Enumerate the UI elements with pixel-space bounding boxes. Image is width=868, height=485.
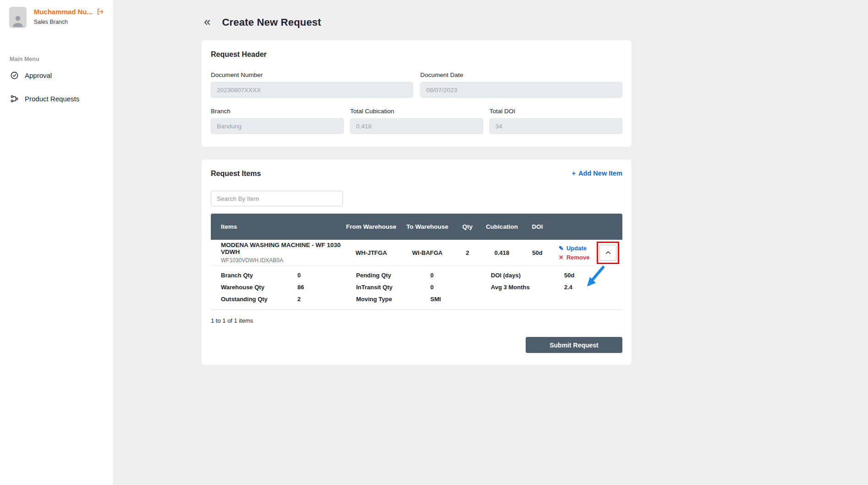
detail-label: InTransit Qty — [356, 284, 430, 291]
total-cubication-field-group: Total Cubication — [350, 108, 483, 134]
plus-icon: + — [572, 170, 576, 177]
detail-value: 0 — [297, 272, 356, 279]
remove-label: Remove — [566, 254, 590, 261]
update-label: Update — [566, 245, 587, 252]
user-role: Sales Branch — [34, 19, 104, 25]
document-date-field-group: Document Date — [420, 72, 622, 98]
branch-input[interactable] — [211, 118, 344, 134]
col-qty: Qty — [454, 223, 481, 230]
detail-label: Warehouse Qty — [221, 284, 297, 291]
sidebar: Muchammad Nu... Sales Branch Main Menu A… — [0, 0, 114, 485]
detail-value: 0 — [430, 284, 491, 291]
pencil-icon: ✎ — [559, 245, 564, 252]
total-cubication-label: Total Cubication — [350, 108, 483, 115]
add-new-item-label: Add New Item — [578, 170, 622, 177]
col-from-warehouse: From Warehouse — [341, 223, 401, 230]
table-row: MODENA WASHING MACHINE - WF 1030 VDWH WF… — [211, 240, 622, 266]
user-block: Muchammad Nu... Sales Branch — [0, 0, 113, 35]
col-items: Items — [211, 223, 341, 230]
item-code: WF1030VDWH.IDXAB0A — [221, 257, 341, 264]
branch-label: Branch — [211, 108, 344, 115]
remove-button[interactable]: ✕ Remove — [559, 254, 589, 261]
detail-value: 2 — [297, 296, 356, 303]
document-date-input[interactable] — [420, 82, 622, 98]
detail-value: 50d — [564, 272, 622, 279]
request-items-card: Request Items + Add New Item Items From … — [202, 160, 632, 365]
request-items-title: Request Items — [211, 169, 261, 178]
item-cell: MODENA WASHING MACHINE - WF 1030 VDWH WF… — [211, 242, 341, 264]
menu-section-label: Main Menu — [0, 56, 113, 62]
to-warehouse-cell: WI-BAFGA — [401, 249, 454, 256]
main-area: « Create New Request Request Header Docu… — [114, 0, 868, 485]
detail-label: Outstanding Qty — [221, 296, 297, 303]
add-new-item-button[interactable]: + Add New Item — [572, 170, 622, 177]
total-doi-input[interactable] — [489, 118, 622, 134]
total-cubication-input[interactable] — [350, 118, 483, 134]
row-actions: ✎ Update ✕ Remove — [552, 245, 593, 261]
avatar — [9, 7, 27, 28]
update-button[interactable]: ✎ Update — [559, 245, 587, 252]
search-input[interactable] — [211, 191, 343, 206]
total-doi-field-group: Total DOI — [489, 108, 622, 134]
detail-label: Avg 3 Months — [491, 284, 564, 291]
logout-icon[interactable] — [96, 8, 104, 16]
approval-badge-icon — [10, 71, 19, 80]
items-table: Items From Warehouse To Warehouse Qty Cu… — [211, 214, 622, 310]
pagination-summary: 1 to 1 of 1 items — [202, 310, 632, 327]
person-icon — [11, 13, 25, 28]
from-warehouse-cell: WH-JTFGA — [341, 249, 401, 256]
page-header: « Create New Request — [202, 0, 632, 40]
item-name: MODENA WASHING MACHINE - WF 1030 VDWH — [221, 242, 341, 255]
document-number-field-group: Document Number — [211, 72, 413, 98]
detail-value: 2.4 — [564, 284, 622, 291]
col-to-warehouse: To Warehouse — [401, 223, 454, 230]
document-number-label: Document Number — [211, 72, 413, 78]
cubication-cell: 0.418 — [481, 249, 522, 256]
branch-field-group: Branch — [211, 108, 344, 134]
sidebar-item-label: Approval — [25, 72, 52, 79]
detail-label: DOI (days) — [491, 272, 564, 279]
back-button[interactable]: « — [204, 16, 210, 29]
qty-cell: 2 — [454, 249, 481, 256]
detail-value: SMI — [430, 296, 491, 303]
document-date-label: Document Date — [420, 72, 622, 78]
total-doi-label: Total DOI — [489, 108, 622, 115]
detail-label: Pending Qty — [356, 272, 430, 279]
submit-request-button[interactable]: Submit Request — [526, 337, 622, 353]
col-doi: DOI — [522, 223, 552, 230]
sidebar-item-label: Product Requests — [25, 95, 79, 103]
sidebar-item-approval[interactable]: Approval — [0, 65, 113, 86]
x-icon: ✕ — [559, 254, 564, 261]
sidebar-item-product-requests[interactable]: Product Requests — [0, 88, 113, 109]
detail-label: Branch Qty — [221, 272, 297, 279]
user-name: Muchammad Nu... — [34, 8, 93, 16]
request-header-title: Request Header — [211, 50, 622, 59]
detail-label: Moving Type — [356, 296, 430, 303]
detail-value: 86 — [297, 284, 356, 291]
detail-value: 0 — [430, 272, 491, 279]
request-header-card: Request Header Document Number Document … — [202, 40, 632, 147]
collapse-row-button[interactable] — [599, 245, 616, 261]
doi-cell: 50d — [522, 249, 552, 256]
chevron-up-icon — [605, 249, 611, 256]
row-details: Branch Qty 0 Pending Qty 0 DOI (days) 50… — [211, 266, 622, 310]
col-cubication: Cubication — [481, 223, 522, 230]
table-header-row: Items From Warehouse To Warehouse Qty Cu… — [211, 214, 622, 240]
hierarchy-icon — [10, 94, 19, 103]
document-number-input[interactable] — [211, 82, 413, 98]
page-title: Create New Request — [222, 17, 321, 28]
